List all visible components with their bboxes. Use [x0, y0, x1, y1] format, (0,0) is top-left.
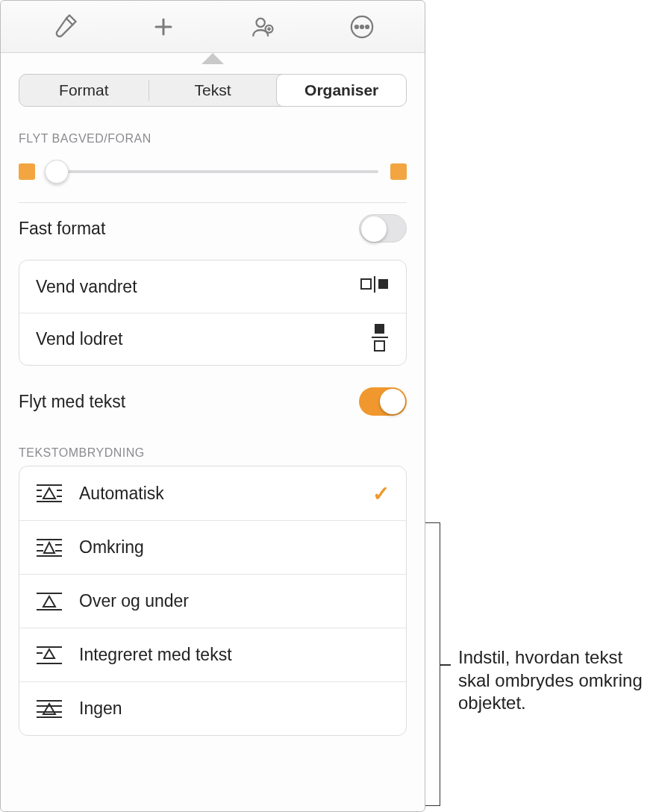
more-icon	[349, 14, 375, 40]
svg-rect-13	[375, 324, 384, 334]
slider-back-endcap	[19, 163, 35, 180]
flip-horizontal-row[interactable]: Vend vandret	[19, 260, 406, 313]
wrap-option-none[interactable]: Ingen	[19, 681, 406, 735]
slider-thumb[interactable]	[45, 160, 69, 184]
fixed-format-label: Fast format	[19, 219, 105, 239]
svg-marker-29	[44, 543, 54, 553]
wrap-option-label: Over og under	[79, 591, 189, 611]
section-wrap-label: TEKSTOMBRYDNING	[19, 446, 407, 460]
svg-point-8	[360, 25, 363, 28]
flip-card: Vend vandret Vend lodret	[19, 260, 407, 366]
wrap-above-below-icon	[36, 591, 63, 612]
wrap-option-label: Integreret med tekst	[79, 645, 232, 665]
popover-arrow	[202, 54, 223, 64]
tab-format[interactable]: Format	[19, 75, 149, 106]
callout-bracket	[425, 522, 440, 806]
wrap-option-label: Omkring	[79, 537, 144, 558]
toolbar	[1, 1, 425, 53]
move-with-text-toggle[interactable]	[359, 387, 407, 416]
brush-button[interactable]	[14, 1, 113, 52]
tab-label: Format	[59, 81, 109, 99]
layer-order-slider[interactable]	[47, 163, 378, 180]
fixed-format-toggle[interactable]	[359, 214, 407, 243]
switch-knob	[361, 216, 387, 242]
inspector-tabs: Format Tekst Organiser	[19, 74, 407, 107]
move-with-text-label: Flyt med tekst	[19, 392, 125, 412]
brush-icon	[51, 14, 77, 40]
tab-label: Organiser	[304, 81, 378, 99]
move-with-text-row: Flyt med tekst	[19, 376, 407, 427]
wrap-none-icon	[36, 699, 63, 719]
wrap-option-label: Automatisk	[79, 484, 164, 504]
svg-point-9	[366, 25, 369, 28]
collaborate-icon	[250, 14, 275, 40]
tab-organize[interactable]: Organiser	[277, 75, 406, 106]
wrap-automatic-icon	[36, 483, 63, 504]
tab-label: Tekst	[195, 81, 231, 99]
svg-point-7	[354, 25, 357, 28]
flip-vertical-icon	[370, 322, 390, 357]
wrap-option-around[interactable]: Omkring	[19, 520, 406, 574]
flip-horizontal-label: Vend vandret	[36, 277, 137, 297]
section-move-label: FLYT BAGVED/FORAN	[19, 132, 407, 146]
add-button[interactable]	[113, 1, 213, 52]
flip-vertical-label: Vend lodret	[36, 329, 122, 349]
wrap-option-inline[interactable]: Integreret med tekst	[19, 628, 406, 681]
wrap-inline-icon	[36, 645, 63, 666]
wrap-option-automatic[interactable]: Automatisk ✓	[19, 466, 406, 520]
plus-icon	[152, 16, 175, 38]
collaborate-button[interactable]	[213, 1, 312, 52]
slider-front-endcap	[390, 163, 407, 180]
svg-marker-32	[43, 596, 55, 607]
switch-knob	[380, 389, 405, 414]
fixed-format-row: Fast format	[19, 203, 407, 254]
svg-marker-22	[43, 488, 55, 499]
wrap-option-above-below[interactable]: Over og under	[19, 574, 406, 628]
callout-tick	[440, 664, 451, 666]
slider-track	[47, 170, 378, 173]
flip-horizontal-icon	[360, 275, 390, 299]
svg-rect-10	[361, 279, 371, 289]
organize-panel: Format Tekst Organiser FLYT BAGVED/FORAN…	[1, 53, 425, 811]
text-wrap-list: Automatisk ✓ Omkring	[19, 466, 407, 736]
flip-vertical-row[interactable]: Vend lodret	[19, 313, 406, 365]
svg-rect-15	[375, 341, 384, 351]
inspector-window: Format Tekst Organiser FLYT BAGVED/FORAN…	[0, 0, 425, 812]
wrap-around-icon	[36, 537, 63, 558]
layer-order-slider-row	[19, 163, 407, 203]
wrap-option-label: Ingen	[79, 699, 122, 719]
svg-marker-35	[44, 649, 54, 658]
callout-text: Indstil, hvordan tekst skal ombrydes omk…	[458, 646, 651, 715]
svg-point-2	[256, 18, 264, 26]
tab-text[interactable]: Tekst	[149, 75, 278, 106]
more-button[interactable]	[312, 1, 411, 52]
svg-rect-12	[378, 279, 388, 289]
check-icon: ✓	[372, 481, 390, 506]
